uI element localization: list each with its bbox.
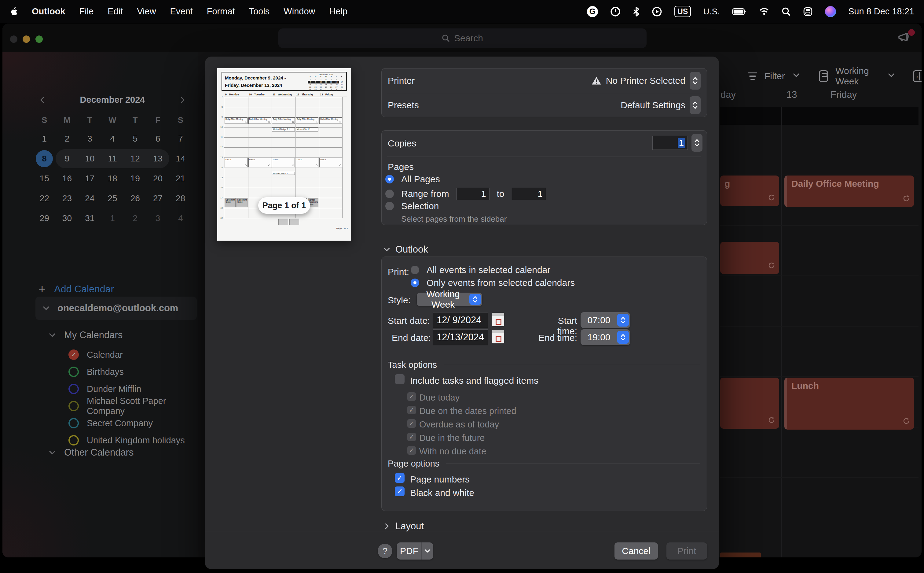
preview-hour-label: 12 bbox=[218, 146, 223, 148]
stepper-icon bbox=[690, 96, 701, 114]
end-date-calendar-icon[interactable] bbox=[492, 330, 504, 343]
selection-hint: Select pages from the sidebar bbox=[401, 214, 507, 224]
preview-hour-label: 10 bbox=[218, 126, 223, 128]
preview-event: Screenwriting Clone bbox=[237, 198, 248, 207]
include-tasks-checkbox[interactable] bbox=[395, 374, 404, 384]
layout-disclosure[interactable]: Layout bbox=[383, 521, 424, 532]
preview-event: Lunch bbox=[272, 158, 295, 167]
preview-minical-day: 21 bbox=[339, 83, 344, 86]
preview-minical-day: 4 bbox=[323, 78, 328, 81]
start-date-input[interactable]: 12/ 9/2024 bbox=[433, 312, 488, 328]
printer-select[interactable]: No Printer Selected bbox=[591, 72, 701, 89]
spotlight-icon[interactable] bbox=[782, 7, 791, 16]
menu-clock[interactable]: Sun 8 Dec 18:21 bbox=[848, 6, 914, 17]
style-label: Style: bbox=[388, 295, 410, 305]
preview-minical-day: 15 bbox=[308, 83, 313, 86]
radio-on-icon bbox=[385, 175, 394, 183]
printer-group: Printer No Printer Selected Presets Defa… bbox=[381, 68, 707, 117]
preview-minical-header: T bbox=[318, 75, 323, 78]
menu-item-event[interactable]: Event bbox=[170, 6, 193, 17]
preview-hour-label: 15 bbox=[218, 177, 223, 178]
style-select[interactable]: Working Week bbox=[417, 293, 482, 306]
chevron-right-icon bbox=[383, 523, 390, 530]
outlook-disclosure[interactable]: Outlook bbox=[383, 244, 428, 255]
start-date-label: Start date: bbox=[388, 316, 430, 326]
stepper-icon bbox=[469, 294, 481, 305]
printer-label: Printer bbox=[388, 75, 415, 86]
task-options-header: Task options bbox=[388, 360, 700, 370]
wifi-icon[interactable] bbox=[759, 7, 769, 16]
preview-minical-header: S bbox=[339, 75, 344, 78]
cancel-button[interactable]: Cancel bbox=[615, 542, 658, 559]
preview-header-box: Monday, December 9, 2024 - Friday, Decem… bbox=[222, 72, 347, 91]
start-time-select[interactable]: 07:00 bbox=[581, 312, 630, 328]
print-all-radio[interactable]: All events in selected calendar bbox=[410, 265, 550, 275]
pdf-dropdown-button[interactable]: PDF bbox=[397, 542, 433, 559]
end-date-input[interactable]: 12/13/2024 bbox=[433, 329, 488, 345]
print-selected-radio[interactable]: Only events from selected calendars bbox=[410, 278, 575, 288]
page-numbers-checkbox[interactable]: ✓ bbox=[395, 473, 404, 483]
help-button[interactable]: ? bbox=[378, 544, 392, 558]
menu-item-file[interactable]: File bbox=[80, 6, 94, 17]
preview-minical-day: 23 bbox=[313, 86, 318, 89]
range-radio[interactable]: Range from 1 to 1 bbox=[385, 188, 546, 200]
preview-minical-header: W bbox=[323, 75, 328, 78]
page-options-header: Page options bbox=[388, 459, 700, 469]
task-suboption-label: Overdue as of today bbox=[419, 420, 499, 430]
copies-input[interactable]: 1 bbox=[652, 136, 688, 150]
battery-icon[interactable] bbox=[732, 8, 747, 15]
grammarly-icon[interactable]: G bbox=[587, 6, 598, 17]
outlook-options-group: Print: All events in selected calendar O… bbox=[381, 257, 707, 511]
apple-menu-icon[interactable] bbox=[10, 7, 18, 17]
presets-label: Presets bbox=[388, 100, 419, 110]
bluetooth-icon[interactable] bbox=[633, 6, 640, 17]
preview-minical-day: 22 bbox=[308, 86, 313, 89]
menu-item-edit[interactable]: Edit bbox=[108, 6, 123, 17]
menu-item-tools[interactable]: Tools bbox=[249, 6, 270, 17]
preview-grid-line bbox=[224, 147, 342, 148]
preview-minical-day: 16 bbox=[313, 83, 318, 86]
end-time-label: End time: bbox=[536, 333, 577, 343]
play-status-icon[interactable] bbox=[652, 6, 662, 17]
menu-item-window[interactable]: Window bbox=[284, 6, 315, 17]
task-suboption-checkbox: ✓ bbox=[407, 419, 416, 428]
keyboard-layout-icon[interactable]: US bbox=[674, 6, 691, 17]
print-preview-page[interactable]: Monday, December 9, 2024 - Friday, Decem… bbox=[217, 68, 351, 241]
preview-minical-day: 9 bbox=[313, 81, 318, 83]
preview-minical-day: 8 bbox=[308, 81, 313, 83]
preview-day-column-header: 9Monday bbox=[224, 92, 248, 97]
preview-minical-header: T bbox=[329, 75, 334, 78]
control-center-icon[interactable] bbox=[803, 7, 813, 17]
all-pages-radio[interactable]: All Pages bbox=[385, 174, 440, 185]
selection-radio[interactable]: Selection bbox=[385, 201, 439, 211]
preview-page-footer: Page 1 of 1 bbox=[336, 227, 348, 230]
preview-hour-label: 18 bbox=[218, 207, 223, 209]
preview-grid-line bbox=[224, 178, 342, 178]
preview-minical-day: 31 bbox=[318, 89, 323, 91]
preview-hour-label: 11 bbox=[218, 136, 223, 138]
siri-icon[interactable] bbox=[825, 6, 836, 17]
start-date-calendar-icon[interactable] bbox=[492, 313, 504, 326]
range-to-input[interactable]: 1 bbox=[512, 188, 546, 200]
preview-minical-day: 10 bbox=[318, 81, 323, 83]
menu-item-view[interactable]: View bbox=[137, 6, 156, 17]
range-from-input[interactable]: 1 bbox=[456, 188, 490, 200]
preview-title-line1: Monday, December 9, 2024 - bbox=[225, 75, 286, 80]
end-time-select[interactable]: 19:00 bbox=[581, 329, 630, 345]
presets-select[interactable]: Default Settings bbox=[621, 96, 701, 114]
menu-app-name[interactable]: Outlook bbox=[32, 6, 66, 17]
menu-item-help[interactable]: Help bbox=[329, 6, 347, 17]
black-white-checkbox[interactable]: ✓ bbox=[395, 487, 404, 496]
preview-minical-day: 30 bbox=[313, 89, 318, 91]
task-suboption-label: Due today bbox=[419, 393, 460, 403]
power-status-icon[interactable] bbox=[610, 6, 621, 17]
menu-bar: Outlook FileEditViewEventFormatToolsWind… bbox=[0, 0, 924, 23]
preview-event: Michael/Toby 1:1 bbox=[272, 172, 295, 175]
preview-minical-day: 25 bbox=[323, 86, 328, 89]
copies-stepper[interactable] bbox=[691, 134, 702, 152]
preview-day-column-header: 12Thursday bbox=[295, 92, 319, 97]
preview-minical-day: 27 bbox=[334, 86, 339, 89]
print-button[interactable]: Print bbox=[666, 542, 707, 559]
keyboard-layout-label[interactable]: U.S. bbox=[703, 7, 720, 17]
menu-item-format[interactable]: Format bbox=[207, 6, 235, 17]
